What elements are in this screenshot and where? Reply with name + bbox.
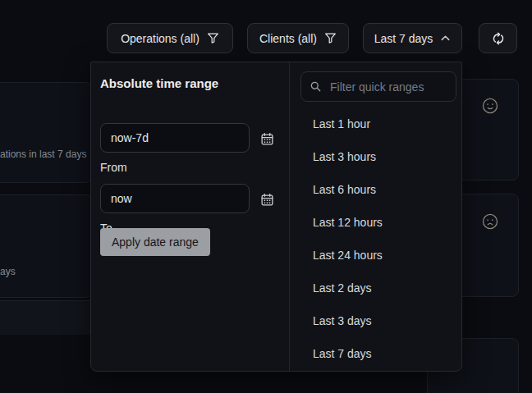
quick-range-option-last-24-hours[interactable]: Last 24 hours <box>290 239 461 272</box>
quick-range-option-last-6-hours[interactable]: Last 6 hours <box>290 173 461 206</box>
calendar-icon <box>260 193 274 207</box>
time-range-button[interactable]: Last 7 days <box>363 23 462 53</box>
stat-card-caption: ations in last 7 days <box>0 149 86 160</box>
apply-date-range-button[interactable]: Apply date range <box>100 228 210 256</box>
neutral-face-icon <box>481 97 499 115</box>
clients-filter-button[interactable]: Clients (all) <box>247 23 349 53</box>
clients-filter-label: Clients (all) <box>259 32 317 45</box>
operations-filter-label: Operations (all) <box>121 32 200 45</box>
stat-card <box>0 82 92 183</box>
stat-card-caption: ays <box>0 266 16 277</box>
from-input[interactable] <box>100 123 250 153</box>
operations-filter-button[interactable]: Operations (all) <box>107 23 233 53</box>
quick-range-option-last-7-days[interactable]: Last 7 days <box>290 337 461 370</box>
calendar-icon <box>260 132 274 146</box>
dashboard-screen: ations in last 7 days ays Operations (al… <box>0 0 532 393</box>
quick-range-option-last-2-days[interactable]: Last 2 days <box>290 272 461 304</box>
time-range-label: Last 7 days <box>374 32 433 45</box>
absolute-time-range-title: Absolute time range <box>100 76 218 90</box>
to-input[interactable] <box>100 184 250 213</box>
refresh-icon <box>492 32 505 45</box>
frown-face-icon <box>481 212 499 231</box>
from-calendar-button[interactable] <box>258 130 276 148</box>
quick-range-search-input[interactable] <box>328 80 447 94</box>
to-calendar-button[interactable] <box>258 190 276 208</box>
quick-ranges-section: Last 1 hour Last 3 hours Last 6 hours La… <box>290 62 461 371</box>
quick-range-list: Last 1 hour Last 3 hours Last 6 hours La… <box>290 107 461 370</box>
quick-range-option-last-3-days[interactable]: Last 3 days <box>290 304 461 337</box>
search-icon <box>310 80 322 93</box>
refresh-button[interactable] <box>479 23 517 53</box>
funnel-icon <box>324 32 337 44</box>
quick-range-option-last-12-hours[interactable]: Last 12 hours <box>290 206 461 239</box>
stat-card <box>0 194 92 298</box>
funnel-icon <box>207 32 219 44</box>
background-row <box>0 300 90 335</box>
quick-range-search[interactable] <box>300 71 456 102</box>
absolute-time-range-section: Absolute time range From <box>91 62 290 371</box>
quick-range-option-last-3-hours[interactable]: Last 3 hours <box>290 140 461 173</box>
chevron-up-icon <box>440 33 451 43</box>
from-label: From <box>100 161 127 174</box>
quick-range-option-last-1-hour[interactable]: Last 1 hour <box>290 107 461 140</box>
time-picker-dropdown: Absolute time range From <box>90 62 462 372</box>
